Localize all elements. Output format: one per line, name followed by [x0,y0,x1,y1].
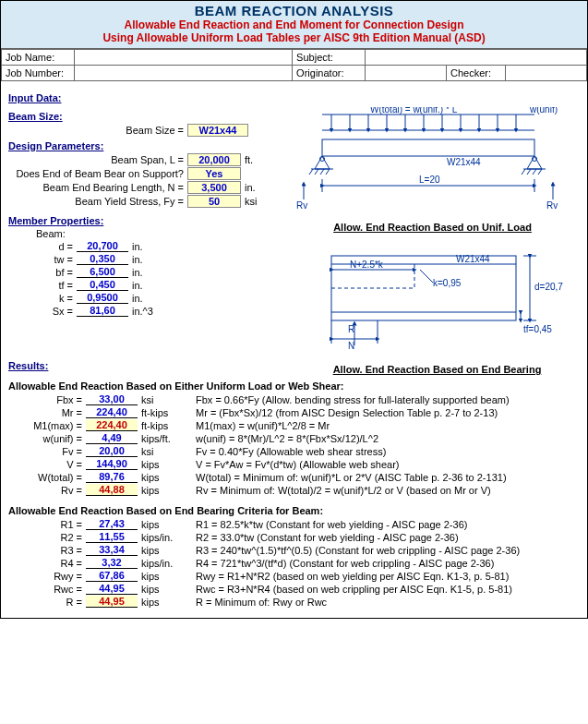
d-label: d = [8,241,77,252]
R-desc: R = Minimum of: Rwy or Rwc [183,597,327,608]
Wtot-desc: W(total) = Minimum of: w(unif)*L or 2*V … [183,472,507,483]
originator-field[interactable] [365,66,446,81]
Fy-label: Beam Yield Stress, Fy = [8,196,187,207]
wunif-value: 4,49 [86,432,138,444]
k-value: 0,9500 [77,292,128,304]
svg-text:Rv: Rv [546,200,558,211]
Rv-value: 44,88 [86,484,138,496]
M1-units: ft-kips [138,420,183,431]
diagram2-caption: Allow. End Reaction Based on End Bearing [294,364,580,375]
M1-label: M1(max) = [8,420,86,431]
span-label: Beam Span, L = [8,154,187,165]
Fbx-units: ksi [138,394,183,405]
title-bar: BEAM REACTION ANALYSIS Allowable End Rea… [1,1,587,49]
svg-text:d=20,7: d=20,7 [534,282,563,292]
N-units: in. [241,182,256,193]
Fv-units: ksi [138,446,183,457]
bf-value: 6,500 [77,266,128,278]
diagram-uniform-load: W(total) = w(unif.) * L w(unif) W21x44 L… [285,107,571,218]
job-number-field[interactable] [74,66,292,81]
tw-units: in. [128,254,143,265]
checker-field[interactable] [505,66,586,81]
svg-line-19 [315,169,318,175]
V-desc: V = Fv*Aw = Fv*(d*tw) (Allowable web she… [183,459,400,470]
R1-units: kips [138,519,183,530]
title-line1: BEAM REACTION ANALYSIS [1,3,587,18]
svg-line-21 [326,169,330,175]
Rwy-label: Rwy = [8,571,86,582]
R3-desc: R3 = 240*tw^(1.5)*tf^(0.5) (Constant for… [183,545,520,556]
checker-label: Checker: [446,66,505,81]
N-label: Beam End Bearing Length, N = [8,182,187,193]
section-input-data: Input Data: [8,92,580,103]
svg-line-45 [420,270,433,283]
bf-units: in. [128,267,143,278]
svg-line-25 [538,169,542,175]
R3-label: R3 = [8,545,86,556]
Rwy-desc: Rwy = R1+N*R2 (based on web yielding per… [183,571,509,582]
Fy-units: ksi [241,196,257,207]
R4-label: R4 = [8,558,86,569]
originator-label: Originator: [293,66,366,81]
job-name-label: Job Name: [2,50,75,66]
svg-line-22 [522,169,525,175]
R1-value: 27,43 [86,518,138,530]
span-input[interactable]: 20,000 [187,153,241,166]
R2-label: R2 = [8,532,86,543]
svg-text:N: N [348,341,354,351]
R1-label: R1 = [8,519,86,530]
header-table: Job Name: Subject: Job Number: Originato… [1,49,587,81]
Fbx-value: 33,00 [86,393,138,405]
beam-size-input[interactable]: W21x44 [187,124,248,137]
Fv-value: 20,00 [86,445,138,457]
R4-units: kips/in. [138,558,183,569]
tf-units: in. [128,280,143,291]
R-units: kips [138,597,183,608]
job-name-field[interactable] [74,50,292,66]
Rwc-units: kips [138,584,183,595]
Fv-label: Fv = [8,446,86,457]
Wtot-value: 89,76 [86,471,138,483]
tw-label: tw = [8,254,77,265]
bear-input[interactable]: Yes [187,167,241,180]
Mr-label: Mr = [8,407,86,418]
svg-line-18 [309,169,313,175]
Rwc-desc: Rwc = R3+N*R4 (based on web crippling pe… [183,584,512,595]
section-design-params: Design Parameters: [8,140,285,151]
Mr-desc: Mr = (Fbx*Sx)/12 (from AISC Design Selec… [183,407,498,418]
bf-label: bf = [8,267,77,278]
k-label: k = [8,293,77,304]
Rwy-value: 67,86 [86,570,138,582]
span-units: ft. [241,154,253,165]
svg-text:L=20: L=20 [419,175,440,185]
Rv-label: Rv = [8,485,86,496]
worksheet: BEAM REACTION ANALYSIS Allowable End Rea… [0,0,588,619]
Mr-units: ft-kips [138,407,183,418]
tf-value: 0,450 [77,279,128,291]
M1-desc: M1(max) = w(unif)*L^2/8 = Mr [183,420,330,431]
Mr-value: 224,40 [86,406,138,418]
R-value: 44,95 [86,596,138,608]
Fy-input[interactable]: 50 [187,195,241,208]
title-line3: Using Allowable Uniform Load Tables per … [1,31,587,44]
section-results: Results: [8,360,294,371]
svg-line-23 [527,169,531,175]
svg-text:N+2.5*k: N+2.5*k [350,259,384,270]
svg-text:W(total) = w(unif.) * L: W(total) = w(unif.) * L [370,107,458,115]
N-input[interactable]: 3,500 [187,181,241,194]
Sx-value: 81,60 [77,305,128,317]
Wtot-label: W(total) = [8,472,86,483]
title-line2: Allowable End Reaction and End Moment fo… [1,18,587,31]
R3-value: 33,34 [86,544,138,556]
svg-text:w(unif): w(unif) [529,107,558,115]
diagram-end-bearing: N+2.5*k k=0,95 W21x44 d=20,7 tf=0,45 R N [285,242,571,353]
wunif-units: kips/ft. [138,433,183,444]
section-beam-size: Beam Size: [8,111,285,122]
k-units: in. [128,293,143,304]
subject-field[interactable] [365,50,586,66]
V-label: V = [8,459,86,470]
Fv-desc: Fv = 0.40*Fy (Allowable web shear stress… [183,446,386,457]
wunif-label: w(unif) = [8,433,86,444]
beam-sublabel: Beam: [8,228,285,239]
Rwc-value: 44,95 [86,583,138,595]
